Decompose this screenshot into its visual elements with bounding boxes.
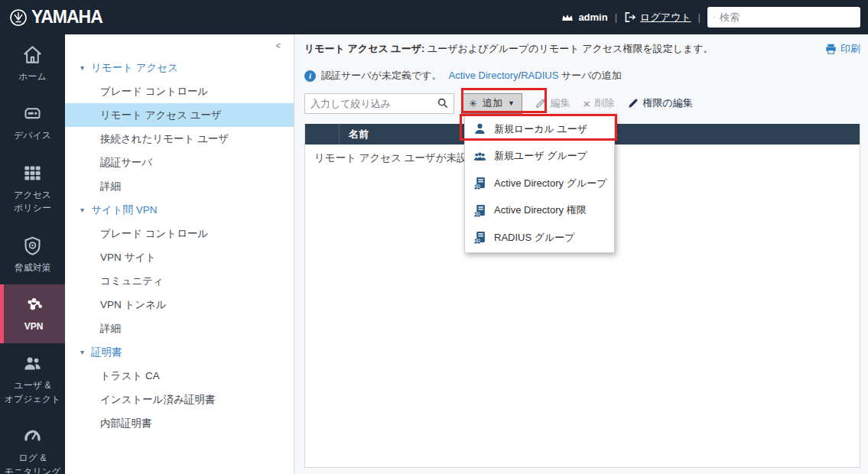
add-icon: ✳ [469, 98, 477, 109]
add-button[interactable]: ✳ 追加 ▼ [461, 93, 522, 114]
edit-permissions-pencil-icon [628, 98, 639, 109]
tree-item-communities[interactable]: コミュニティ [65, 269, 294, 293]
nav-item-home[interactable]: ホーム [0, 34, 65, 93]
tree-item-label: ブレード コントロール [100, 227, 208, 241]
shield-icon [22, 235, 43, 256]
expand-triangle-icon: ▾ [80, 206, 84, 214]
delete-button[interactable]: × 削除 [584, 96, 615, 110]
tree-item-advanced-vpn[interactable]: 詳細 [65, 317, 294, 340]
edit-permissions-button[interactable]: 権限の編集 [628, 96, 693, 110]
device-icon [22, 103, 43, 124]
admin-user: admin [561, 11, 607, 23]
tree-item-label: 詳細 [100, 322, 121, 336]
tree-item-blade-control[interactable]: ブレード コントロール [65, 80, 294, 103]
server-users-icon [473, 177, 486, 190]
top-bar: YAMAHA admin | ログアウト | [0, 0, 868, 34]
tree-section-certificates[interactable]: ▾ 証明書 [65, 340, 294, 364]
yamaha-logo: YAMAHA [0, 7, 102, 28]
brand-text: YAMAHA [31, 6, 102, 28]
nav-item-label: VPN [24, 320, 44, 333]
home-icon [22, 44, 43, 65]
menu-item-radius-group[interactable]: RADIUS グループ [465, 224, 614, 252]
nav-item-device[interactable]: デバイス [0, 93, 65, 152]
tree-section-site-to-site-vpn[interactable]: ▾ サイト間 VPN [65, 198, 294, 222]
tree-item-label: VPN トンネル [100, 298, 167, 312]
gauge-icon [22, 426, 43, 446]
expand-triangle-icon: ▾ [80, 348, 84, 356]
menu-item-label: 新規ローカル ユーザ [494, 122, 587, 136]
tree-item-label: 内部証明書 [100, 417, 152, 430]
filter-input[interactable] [310, 98, 434, 109]
tree-item-label: コミュニティ [100, 274, 164, 288]
add-dropdown-menu: 新規ローカル ユーザ 新規ユーザ グループ [464, 114, 615, 253]
tree-item-vpn-sites[interactable]: VPN サイト [65, 245, 294, 269]
logout-chip[interactable]: ログアウト [624, 11, 691, 24]
nav-item-threat-prevention[interactable]: 脅威対策 [0, 226, 65, 284]
yamaha-tuning-fork-icon [9, 8, 28, 27]
nav-item-label: デバイス [14, 129, 51, 142]
menu-item-ad-permissions[interactable]: Active Directory 権限 [465, 197, 614, 225]
main-content: リモート アクセス ユーザ: ユーザおよびグループのリモート アクセス権限を設定… [295, 34, 868, 474]
nav-item-label: ユーザ & オブジェクト [5, 379, 61, 406]
global-search-input[interactable] [720, 11, 854, 23]
delete-button-label: 削除 [595, 96, 615, 110]
page-title: リモート アクセス ユーザ: ユーザおよびグループのリモート アクセス権限を設定… [304, 42, 714, 56]
tree-item-installed-certificates[interactable]: インストール済み証明書 [65, 388, 294, 411]
tree-item-auth-servers[interactable]: 認証サーバ [65, 151, 294, 174]
nav-item-logs-monitoring[interactable]: ログ & モニタリング [0, 416, 65, 474]
tree-section-remote-access[interactable]: ▾ リモート アクセス [65, 56, 294, 80]
tree-item-connected-remote-users[interactable]: 接続されたリモート ユーザ [65, 127, 294, 151]
radius-link[interactable]: RADIUS [521, 70, 558, 81]
info-text: 認証サーバが未定義です。 [321, 69, 442, 83]
tree-item-label: ブレード コントロール [100, 85, 208, 99]
menu-item-label: 新規ユーザ グループ [494, 149, 587, 163]
edit-button[interactable]: 編集 [535, 96, 571, 110]
print-label: 印刷 [840, 42, 860, 56]
server-users-icon [473, 231, 486, 244]
menu-item-ad-group[interactable]: Active Directory グループ [465, 170, 614, 197]
info-message: i 認証サーバが未定義です。 Active Directory/RADIUS サ… [304, 69, 860, 83]
toolbar: ✳ 追加 ▼ 編集 × 削除 権限の編集 [304, 93, 860, 114]
user-group-icon [473, 150, 486, 163]
menu-item-label: Active Directory グループ [494, 177, 607, 190]
tree-item-advanced[interactable]: 詳細 [65, 174, 294, 198]
tree-item-label: トラスト CA [100, 369, 160, 383]
tree-item-label: VPN サイト [100, 251, 156, 265]
tree-section-label: サイト間 VPN [91, 203, 157, 217]
tree-item-label: 認証サーバ [100, 156, 152, 170]
global-search[interactable] [707, 7, 860, 28]
tree-item-internal-certificate[interactable]: 内部証明書 [65, 411, 294, 435]
tree-item-blade-control-vpn[interactable]: ブレード コントロール [65, 222, 294, 245]
collapse-sidebar-icon[interactable]: < [276, 40, 281, 51]
nav-item-label: ホーム [18, 70, 47, 83]
nav-item-vpn[interactable]: VPN [0, 284, 65, 343]
page-title-rest: ユーザおよびグループのリモート アクセス権限を設定します。 [424, 43, 713, 54]
logout-icon [624, 11, 636, 23]
section-sidebar: < ▾ リモート アクセス ブレード コントロール リモート アクセス ユーザ … [65, 34, 294, 474]
edit-permissions-label: 権限の編集 [643, 96, 693, 110]
tree-item-remote-access-users[interactable]: リモート アクセス ユーザ [65, 103, 294, 127]
tree-item-label: リモート アクセス ユーザ [100, 109, 222, 122]
separator: | [698, 11, 701, 23]
tree-item-trusted-ca[interactable]: トラスト CA [65, 364, 294, 388]
sidebar-collapse-row: < [65, 34, 294, 56]
print-button[interactable]: 印刷 [825, 42, 860, 56]
grid-icon [22, 163, 43, 183]
page-title-row: リモート アクセス ユーザ: ユーザおよびグループのリモート アクセス権限を設定… [304, 42, 860, 56]
filter-box[interactable] [304, 93, 454, 114]
users-icon [22, 353, 43, 374]
menu-item-new-user-group[interactable]: 新規ユーザ グループ [465, 143, 614, 170]
server-users-icon [473, 204, 486, 217]
primary-nav-rail: ホーム デバイス アクセス ポリシー [0, 34, 65, 474]
nav-item-access-policy[interactable]: アクセス ポリシー [0, 153, 65, 226]
nav-item-users-objects[interactable]: ユーザ & オブジェクト [0, 343, 65, 416]
logout-link[interactable]: ログアウト [640, 11, 691, 24]
active-directory-link[interactable]: Active Directory [449, 70, 519, 81]
crown-icon [561, 12, 574, 23]
search-icon [714, 12, 715, 23]
info-icon: i [304, 70, 316, 82]
tree-item-label: インストール済み証明書 [100, 393, 215, 407]
menu-item-new-local-user[interactable]: 新規ローカル ユーザ [465, 115, 614, 143]
tree-item-vpn-tunnels[interactable]: VPN トンネル [65, 293, 294, 317]
tree-section-label: 証明書 [91, 346, 122, 359]
